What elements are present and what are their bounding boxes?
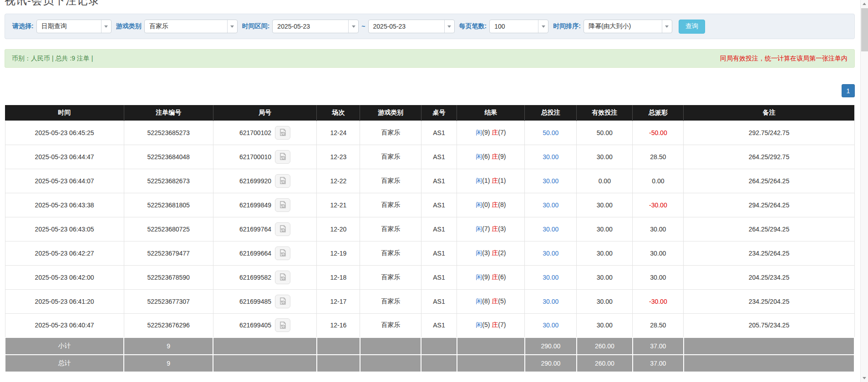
sort-order-value: 降幂(由大到小) bbox=[584, 22, 662, 30]
result-banker-label: 庄 bbox=[492, 177, 498, 184]
cell-time: 2025-05-23 06:43:38 bbox=[5, 193, 124, 217]
cell-table-no: AS1 bbox=[421, 313, 457, 337]
cell-remark: 205.75/234.25 bbox=[684, 313, 854, 337]
cell-time: 2025-05-23 06:42:27 bbox=[5, 241, 124, 265]
page-size-select[interactable]: 100 bbox=[489, 20, 548, 33]
chevron-down-icon[interactable] bbox=[101, 20, 111, 33]
table-header: 时间注单编号局号场次游戏类别桌号结果总投注有效投注总派彩备注 bbox=[5, 105, 854, 121]
result-banker-label: 庄 bbox=[492, 225, 498, 232]
subtotal-count: 9 bbox=[124, 337, 213, 355]
chevron-down-icon[interactable] bbox=[227, 20, 237, 33]
cell-round-id: 621700102 bbox=[213, 121, 317, 145]
chevron-down-icon[interactable] bbox=[444, 20, 454, 33]
bet-records-table: 时间注单编号局号场次游戏类别桌号结果总投注有效投注总派彩备注 2025-05-2… bbox=[5, 105, 855, 372]
sort-order-select[interactable]: 降幂(由大到小) bbox=[584, 20, 672, 33]
cell-remark: 204.25/234.25 bbox=[684, 265, 854, 289]
video-replay-button[interactable] bbox=[275, 295, 290, 308]
chevron-down-icon[interactable] bbox=[348, 20, 358, 33]
result-player-score: (1) bbox=[482, 177, 490, 184]
result-player-score: (5) bbox=[482, 321, 490, 328]
video-replay-button[interactable] bbox=[275, 198, 290, 212]
cell-remark: 234.25/204.25 bbox=[684, 289, 854, 313]
cell-payout: 0.00 bbox=[633, 169, 684, 193]
total-count: 9 bbox=[124, 355, 213, 372]
date-from-value: 2025-05-23 bbox=[273, 23, 348, 30]
cell-time: 2025-05-23 06:45:25 bbox=[5, 121, 124, 145]
cell-session: 12-22 bbox=[317, 169, 360, 193]
video-replay-button[interactable] bbox=[275, 150, 290, 164]
result-player-label: 闲 bbox=[476, 273, 482, 281]
video-replay-button[interactable] bbox=[275, 126, 290, 140]
result-player-label: 闲 bbox=[476, 297, 482, 305]
cell-total-bet: 30.00 bbox=[525, 289, 577, 313]
scroll-down-icon[interactable] bbox=[861, 374, 868, 382]
result-banker-score: (6) bbox=[498, 273, 506, 281]
cell-session: 12-23 bbox=[317, 145, 360, 169]
cell-round-id: 621699920 bbox=[213, 169, 317, 193]
video-replay-button[interactable] bbox=[275, 174, 290, 188]
column-header: 游戏类别 bbox=[360, 105, 421, 121]
total-total-bet: 290.00 bbox=[525, 355, 577, 372]
pagination: 1 bbox=[5, 84, 855, 98]
cell-bet-id: 522523679477 bbox=[124, 241, 213, 265]
select-mode-label: 请选择: bbox=[12, 22, 34, 30]
date-range-tilde: ~ bbox=[361, 23, 365, 30]
cell-payout: 28.50 bbox=[633, 145, 684, 169]
total-label: 总计 bbox=[5, 355, 124, 372]
date-to-input[interactable]: 2025-05-23 bbox=[368, 20, 455, 33]
chevron-down-icon[interactable] bbox=[538, 20, 548, 33]
video-replay-button[interactable] bbox=[275, 318, 290, 332]
result-banker-label: 庄 bbox=[492, 273, 498, 281]
cell-time: 2025-05-23 06:44:07 bbox=[5, 169, 124, 193]
cell-time: 2025-05-23 06:42:00 bbox=[5, 265, 124, 289]
video-replay-button[interactable] bbox=[275, 271, 290, 284]
video-replay-button[interactable] bbox=[275, 246, 290, 260]
video-icon bbox=[279, 129, 287, 136]
cell-game-type: 百家乐 bbox=[360, 289, 421, 313]
vertical-scrollbar[interactable] bbox=[860, 0, 868, 382]
cell-round-id: 621699405 bbox=[213, 313, 317, 337]
cell-result: 闲(5) 庄(7) bbox=[457, 313, 525, 337]
date-to-value: 2025-05-23 bbox=[369, 23, 444, 30]
cell-session: 12-17 bbox=[317, 289, 360, 313]
scrollbar-thumb[interactable] bbox=[861, 8, 868, 51]
cell-round-id: 621699485 bbox=[213, 289, 317, 313]
result-player-label: 闲 bbox=[476, 201, 482, 208]
cell-valid-bet: 30.00 bbox=[577, 217, 633, 241]
video-icon bbox=[279, 322, 287, 329]
scroll-up-icon[interactable] bbox=[861, 0, 868, 8]
cell-payout: -30.00 bbox=[633, 193, 684, 217]
cell-game-type: 百家乐 bbox=[360, 217, 421, 241]
round-id-text: 621700010 bbox=[239, 153, 271, 161]
valid-bet-notice-text: 同局有效投注，统一计算在该局第一张注单内 bbox=[720, 55, 848, 63]
round-id-text: 621699849 bbox=[239, 201, 271, 209]
column-header: 备注 bbox=[684, 105, 854, 121]
game-type-select[interactable]: 百家乐 bbox=[144, 20, 238, 33]
cell-round-id: 621699582 bbox=[213, 265, 317, 289]
cell-result: 闲(7) 庄(3) bbox=[457, 217, 525, 241]
table-row: 2025-05-23 06:42:27 522523679477 6216996… bbox=[5, 241, 854, 265]
round-id-text: 621699485 bbox=[239, 298, 271, 305]
cell-bet-id: 522523681805 bbox=[124, 193, 213, 217]
round-id-text: 621699920 bbox=[239, 177, 271, 185]
query-mode-select[interactable]: 日期查询 bbox=[36, 20, 112, 33]
round-id-text: 621699664 bbox=[239, 250, 271, 257]
result-banker-score: (2) bbox=[498, 249, 506, 256]
subtotal-row: 小计 9 290.00 260.00 37.00 bbox=[5, 337, 854, 355]
chevron-down-icon[interactable] bbox=[662, 20, 672, 33]
cell-total-bet: 30.00 bbox=[525, 313, 577, 337]
table-row: 2025-05-23 06:40:47 522523676296 6216994… bbox=[5, 313, 854, 337]
page-1-button[interactable]: 1 bbox=[842, 84, 855, 97]
cell-session: 12-16 bbox=[317, 313, 360, 337]
cell-time: 2025-05-23 06:44:47 bbox=[5, 145, 124, 169]
round-id-text: 621699405 bbox=[239, 322, 271, 329]
subtotal-label: 小计 bbox=[5, 337, 124, 355]
cell-result: 闲(9) 庄(6) bbox=[457, 265, 525, 289]
search-button[interactable]: 查询 bbox=[679, 20, 705, 34]
cell-table-no: AS1 bbox=[421, 145, 457, 169]
cell-payout: -50.00 bbox=[633, 121, 684, 145]
video-replay-button[interactable] bbox=[275, 222, 290, 236]
cell-result: 闲(0) 庄(8) bbox=[457, 193, 525, 217]
cell-table-no: AS1 bbox=[421, 217, 457, 241]
date-from-input[interactable]: 2025-05-23 bbox=[272, 20, 359, 33]
